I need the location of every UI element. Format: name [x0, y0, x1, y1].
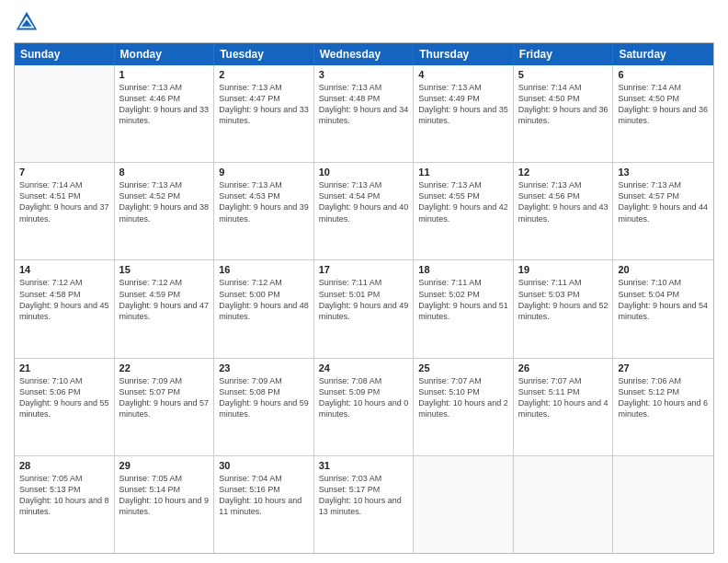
day-info: Sunrise: 7:10 AM Sunset: 5:04 PM Dayligh… — [618, 277, 709, 322]
calendar-cell: 8Sunrise: 7:13 AM Sunset: 4:52 PM Daylig… — [115, 163, 215, 259]
calendar-cell — [414, 456, 514, 553]
day-info: Sunrise: 7:07 AM Sunset: 5:11 PM Dayligh… — [518, 375, 609, 420]
calendar-cell: 2Sunrise: 7:13 AM Sunset: 4:47 PM Daylig… — [214, 65, 314, 162]
calendar-cell: 16Sunrise: 7:12 AM Sunset: 5:00 PM Dayli… — [214, 260, 314, 357]
day-info: Sunrise: 7:07 AM Sunset: 5:10 PM Dayligh… — [418, 375, 508, 420]
day-number: 3 — [319, 69, 409, 80]
calendar-cell: 20Sunrise: 7:10 AM Sunset: 5:04 PM Dayli… — [613, 260, 713, 357]
calendar-cell: 31Sunrise: 7:03 AM Sunset: 5:17 PM Dayli… — [314, 456, 415, 553]
day-info: Sunrise: 7:13 AM Sunset: 4:52 PM Dayligh… — [119, 179, 210, 224]
day-info: Sunrise: 7:05 AM Sunset: 5:13 PM Dayligh… — [19, 473, 109, 518]
calendar-cell: 9Sunrise: 7:13 AM Sunset: 4:53 PM Daylig… — [214, 163, 314, 259]
calendar-cell: 29Sunrise: 7:05 AM Sunset: 5:14 PM Dayli… — [115, 456, 215, 553]
day-info: Sunrise: 7:09 AM Sunset: 5:07 PM Dayligh… — [119, 375, 210, 420]
calendar-cell: 24Sunrise: 7:08 AM Sunset: 5:09 PM Dayli… — [314, 359, 415, 455]
calendar-cell: 26Sunrise: 7:07 AM Sunset: 5:11 PM Dayli… — [514, 359, 614, 455]
calendar-cell: 10Sunrise: 7:13 AM Sunset: 4:54 PM Dayli… — [314, 163, 415, 259]
calendar-cell: 1Sunrise: 7:13 AM Sunset: 4:46 PM Daylig… — [115, 65, 215, 162]
day-info: Sunrise: 7:13 AM Sunset: 4:56 PM Dayligh… — [518, 179, 609, 224]
day-info: Sunrise: 7:03 AM Sunset: 5:17 PM Dayligh… — [319, 473, 409, 518]
calendar-header: SundayMondayTuesdayWednesdayThursdayFrid… — [15, 43, 713, 65]
day-info: Sunrise: 7:13 AM Sunset: 4:46 PM Dayligh… — [119, 82, 210, 127]
day-info: Sunrise: 7:13 AM Sunset: 4:48 PM Dayligh… — [319, 82, 409, 127]
calendar-cell: 28Sunrise: 7:05 AM Sunset: 5:13 PM Dayli… — [15, 456, 115, 553]
calendar-cell: 3Sunrise: 7:13 AM Sunset: 4:48 PM Daylig… — [314, 65, 415, 162]
logo — [14, 9, 43, 35]
day-number: 1 — [119, 69, 210, 80]
weekday-header: Friday — [514, 43, 614, 65]
calendar-body: 1Sunrise: 7:13 AM Sunset: 4:46 PM Daylig… — [15, 65, 713, 553]
weekday-header: Saturday — [613, 43, 713, 65]
calendar-cell: 13Sunrise: 7:13 AM Sunset: 4:57 PM Dayli… — [613, 163, 713, 259]
day-number: 5 — [518, 69, 609, 80]
day-info: Sunrise: 7:12 AM Sunset: 4:58 PM Dayligh… — [19, 277, 109, 322]
calendar-cell: 7Sunrise: 7:14 AM Sunset: 4:51 PM Daylig… — [15, 163, 115, 259]
day-number: 15 — [119, 264, 210, 275]
day-number: 17 — [319, 264, 409, 275]
calendar-cell: 5Sunrise: 7:14 AM Sunset: 4:50 PM Daylig… — [514, 65, 614, 162]
day-info: Sunrise: 7:13 AM Sunset: 4:54 PM Dayligh… — [319, 179, 409, 224]
day-number: 18 — [418, 264, 508, 275]
day-number: 26 — [518, 362, 609, 373]
calendar-cell: 17Sunrise: 7:11 AM Sunset: 5:01 PM Dayli… — [314, 260, 415, 357]
day-number: 28 — [19, 460, 109, 471]
day-info: Sunrise: 7:05 AM Sunset: 5:14 PM Dayligh… — [119, 473, 210, 518]
day-number: 30 — [219, 460, 309, 471]
calendar-cell: 25Sunrise: 7:07 AM Sunset: 5:10 PM Dayli… — [414, 359, 514, 455]
day-info: Sunrise: 7:11 AM Sunset: 5:03 PM Dayligh… — [518, 277, 609, 322]
weekday-header: Monday — [115, 43, 215, 65]
day-number: 23 — [219, 362, 309, 373]
day-number: 21 — [19, 362, 109, 373]
day-number: 9 — [219, 167, 309, 178]
calendar: SundayMondayTuesdayWednesdayThursdayFrid… — [15, 43, 713, 553]
calendar-container: SundayMondayTuesdayWednesdayThursdayFrid… — [14, 42, 714, 554]
page: SundayMondayTuesdayWednesdayThursdayFrid… — [0, 0, 728, 563]
day-info: Sunrise: 7:14 AM Sunset: 4:50 PM Dayligh… — [618, 82, 709, 127]
day-info: Sunrise: 7:06 AM Sunset: 5:12 PM Dayligh… — [618, 375, 709, 420]
day-info: Sunrise: 7:11 AM Sunset: 5:02 PM Dayligh… — [418, 277, 508, 322]
day-number: 24 — [319, 362, 409, 373]
calendar-cell: 18Sunrise: 7:11 AM Sunset: 5:02 PM Dayli… — [414, 260, 514, 357]
calendar-cell: 30Sunrise: 7:04 AM Sunset: 5:16 PM Dayli… — [214, 456, 314, 553]
day-number: 19 — [518, 264, 609, 275]
calendar-cell — [15, 65, 115, 162]
calendar-cell: 19Sunrise: 7:11 AM Sunset: 5:03 PM Dayli… — [514, 260, 614, 357]
day-number: 2 — [219, 69, 309, 80]
calendar-cell — [514, 456, 614, 553]
calendar-row: 14Sunrise: 7:12 AM Sunset: 4:58 PM Dayli… — [15, 260, 713, 358]
calendar-row: 7Sunrise: 7:14 AM Sunset: 4:51 PM Daylig… — [15, 163, 713, 260]
day-info: Sunrise: 7:14 AM Sunset: 4:50 PM Dayligh… — [518, 82, 609, 127]
calendar-cell: 22Sunrise: 7:09 AM Sunset: 5:07 PM Dayli… — [115, 359, 215, 455]
day-number: 29 — [119, 460, 210, 471]
day-number: 31 — [319, 460, 409, 471]
day-info: Sunrise: 7:13 AM Sunset: 4:57 PM Dayligh… — [618, 179, 709, 224]
calendar-cell: 21Sunrise: 7:10 AM Sunset: 5:06 PM Dayli… — [15, 359, 115, 455]
day-info: Sunrise: 7:13 AM Sunset: 4:53 PM Dayligh… — [219, 179, 309, 224]
day-info: Sunrise: 7:10 AM Sunset: 5:06 PM Dayligh… — [19, 375, 109, 420]
weekday-header: Tuesday — [214, 43, 314, 65]
calendar-cell: 12Sunrise: 7:13 AM Sunset: 4:56 PM Dayli… — [514, 163, 614, 259]
day-info: Sunrise: 7:08 AM Sunset: 5:09 PM Dayligh… — [319, 375, 409, 420]
header — [14, 9, 714, 35]
day-info: Sunrise: 7:12 AM Sunset: 4:59 PM Dayligh… — [119, 277, 210, 322]
calendar-cell: 14Sunrise: 7:12 AM Sunset: 4:58 PM Dayli… — [15, 260, 115, 357]
day-info: Sunrise: 7:11 AM Sunset: 5:01 PM Dayligh… — [319, 277, 409, 322]
day-number: 13 — [618, 167, 709, 178]
day-info: Sunrise: 7:04 AM Sunset: 5:16 PM Dayligh… — [219, 473, 309, 518]
day-number: 22 — [119, 362, 210, 373]
day-number: 12 — [518, 167, 609, 178]
calendar-row: 1Sunrise: 7:13 AM Sunset: 4:46 PM Daylig… — [15, 65, 713, 163]
day-info: Sunrise: 7:13 AM Sunset: 4:55 PM Dayligh… — [418, 179, 508, 224]
calendar-row: 21Sunrise: 7:10 AM Sunset: 5:06 PM Dayli… — [15, 359, 713, 456]
day-info: Sunrise: 7:13 AM Sunset: 4:47 PM Dayligh… — [219, 82, 309, 127]
calendar-cell: 27Sunrise: 7:06 AM Sunset: 5:12 PM Dayli… — [613, 359, 713, 455]
calendar-cell: 4Sunrise: 7:13 AM Sunset: 4:49 PM Daylig… — [414, 65, 514, 162]
day-number: 7 — [19, 167, 109, 178]
calendar-cell: 23Sunrise: 7:09 AM Sunset: 5:08 PM Dayli… — [214, 359, 314, 455]
day-number: 16 — [219, 264, 309, 275]
weekday-header: Wednesday — [314, 43, 415, 65]
day-number: 27 — [618, 362, 709, 373]
calendar-row: 28Sunrise: 7:05 AM Sunset: 5:13 PM Dayli… — [15, 456, 713, 553]
calendar-cell: 15Sunrise: 7:12 AM Sunset: 4:59 PM Dayli… — [115, 260, 215, 357]
day-info: Sunrise: 7:12 AM Sunset: 5:00 PM Dayligh… — [219, 277, 309, 322]
